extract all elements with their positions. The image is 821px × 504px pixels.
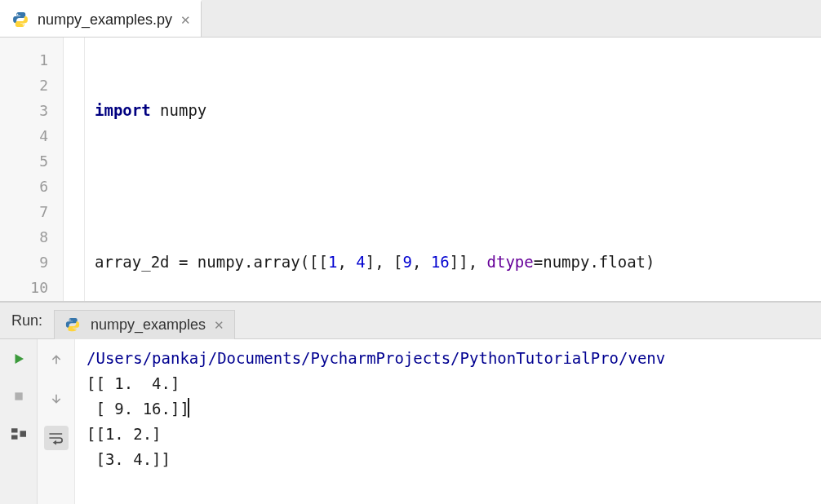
svg-rect-3	[20, 431, 26, 437]
close-icon[interactable]: ✕	[214, 319, 224, 331]
console-line: [[1. 2.]	[87, 425, 162, 443]
svg-rect-0	[15, 392, 22, 400]
console-output[interactable]: /Users/pankaj/Documents/PycharmProjects/…	[75, 339, 821, 504]
run-config-label: numpy_examples	[91, 316, 206, 334]
line-number-gutter: 1 2 3 4 5 6 7 8 9 10	[0, 38, 64, 301]
close-icon[interactable]: ✕	[180, 14, 191, 26]
code-editor[interactable]: 1 2 3 4 5 6 7 8 9 10 import numpy array_…	[0, 38, 821, 302]
file-tab-numpy-examples[interactable]: numpy_examples.py ✕	[0, 0, 202, 37]
run-toolwindow-header: Run: numpy_examples ✕	[0, 302, 821, 339]
rerun-button[interactable]	[7, 347, 30, 370]
run-toolwindow-body: /Users/pankaj/Documents/PycharmProjects/…	[0, 339, 821, 504]
file-tab-label: numpy_examples.py	[38, 11, 172, 29]
svg-rect-2	[11, 435, 18, 440]
run-toolstrip-left	[0, 339, 38, 504]
console-line: [ 9. 16.]]	[87, 400, 189, 418]
python-run-icon	[64, 316, 82, 334]
layout-button[interactable]	[7, 422, 30, 445]
indent-guide	[64, 38, 85, 301]
down-button[interactable]	[44, 387, 69, 411]
console-line: [3. 4.]]	[87, 450, 171, 468]
code-area[interactable]: import numpy array_2d = numpy.array([[1,…	[85, 38, 821, 301]
python-file-icon	[11, 11, 29, 29]
text-caret	[188, 398, 189, 418]
editor-tabbar: numpy_examples.py ✕	[0, 0, 821, 38]
up-button[interactable]	[44, 347, 69, 372]
interpreter-path: /Users/pankaj/Documents/PycharmProjects/…	[87, 349, 665, 367]
run-toolstrip-nav	[38, 339, 75, 504]
run-label: Run:	[0, 312, 54, 329]
run-config-tab[interactable]: numpy_examples ✕	[54, 310, 235, 339]
stop-button[interactable]	[7, 385, 30, 408]
soft-wrap-button[interactable]	[44, 426, 69, 450]
svg-rect-1	[11, 428, 18, 432]
console-line: [[ 1. 4.]	[87, 374, 180, 392]
